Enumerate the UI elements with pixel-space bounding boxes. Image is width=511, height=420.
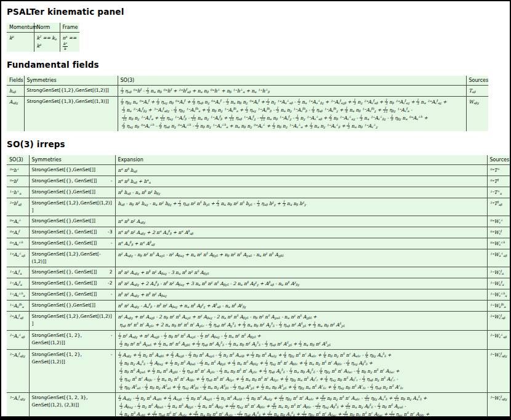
irrep-source: ²⁻Ws∥αβχ <box>487 349 511 392</box>
irrep-expansion: nα nβ nχ Aαβχ <box>115 216 487 227</box>
irrep-label: ²⁺h∥αβ <box>7 198 29 216</box>
irreps-row-3: ²⁺h∥αβ StrongGenSet[{1,2},GenSet[(1,2)]]… <box>7 198 511 216</box>
fundamental-fields-title: Fundamental fields <box>7 60 504 70</box>
momentum-value: kμ <box>7 33 34 52</box>
irrep-source: ¹⁺Wa⊥αβ <box>487 249 511 267</box>
ff-so3-expansion-h: 13 ηαβ ⁰⁺h∥ - 13 nα nβ ⁰⁺h∥ + ²⁺h∥αβ + n… <box>118 85 466 96</box>
irrep-symmetries: -StrongGenSet[{1, 2}, GenSet[(1,2)]] <box>29 349 115 392</box>
irreps-row-12: ²⁺As∥αβ StrongGenSet[{1,2},GenSet[(1,2)]… <box>7 311 511 330</box>
irrep-label: ¹⁻As∥α <box>7 267 29 278</box>
frame-lhs: nμ == <box>63 35 77 41</box>
irrep-source: ¹⁻Wb∥α <box>487 278 511 289</box>
irreps-header-symmetries: Symmetries <box>29 155 115 165</box>
irrep-expansion: nα nβ nχ Aαβχ + 2 nα Aαββ + nα Aβαβ <box>115 227 487 238</box>
irrep-label: ⁰⁺As∥ <box>7 227 29 238</box>
irrep-source: ⁰⁺Ws⊥h <box>487 238 511 249</box>
irrep-symmetries: StrongGenSet[{},GenSet[]] <box>29 164 115 176</box>
irrep-expansion: nβ nχ Aαβχ + nβ nχ Aβαχ <box>115 289 487 300</box>
psalter-output-panel: PSALTer kinematic panel Momentum Norm Fr… <box>0 0 511 420</box>
irrep-label: ¹⁺Aa⊥αβ <box>7 249 29 267</box>
irreps-row-14: ²⁻As∥αβχ -StrongGenSet[{1, 2}, GenSet[(1… <box>7 349 511 392</box>
irrep-label: ¹⁻Ab∥hα <box>7 300 29 311</box>
so3-irreps-title: SO(3) irreps <box>7 139 504 149</box>
irreps-header-expansion: Expansion <box>115 155 487 165</box>
ff-header-symmetries: Symmetries <box>24 76 118 86</box>
ff-row-a: Aαβχ StrongGenSet[{1,3},GenSet[(1,3)]] 1… <box>7 96 488 131</box>
ff-field-h: hαβ <box>7 85 24 96</box>
irreps-header-row: SO(3) Symmetries Expansion Sources <box>7 155 511 165</box>
irrep-expansion: nβ nχ Aαβχ + 2 Aαββ - nβ nχ Aβαχ + 3 nα … <box>115 278 487 289</box>
irrep-expansion: nχ Aαβχ + nχ Aαχβ - 2 nβ nχ nδ Aαχδ + nχ… <box>115 311 487 330</box>
irrep-expansion: nβ hαβ - nα nβ nχ hβχ <box>115 187 487 198</box>
irrep-label: ¹⁻As⊥hα <box>7 289 29 300</box>
irrep-symmetries: StrongGenSet[{},GenSet[]] <box>29 187 115 198</box>
irrep-expansion: 12 nχ Aαβχ + nχ Aαχβ - 12 nβ nχ nδ Aαχδ … <box>115 330 487 349</box>
irreps-row-7: ¹⁺Aa⊥αβ StrongGenSet[{1,2},GenSet[-(1,2)… <box>7 249 511 267</box>
irrep-symmetries: StrongGenSet[{},GenSet[]] <box>29 300 115 311</box>
irrep-label: ⁰⁺h⊥ <box>7 164 29 176</box>
irrep-expansion: nχ Aαβχ - nβ nχ nδ Aαχδ - nχ Aβαχ + nα n… <box>115 249 487 267</box>
irrep-symmetries: StrongGenSet[{1,2},GenSet[(1,2)]] <box>29 198 115 216</box>
irrep-symmetries: -StrongGenSet[{}, GenSet[]] <box>29 238 115 249</box>
ff-symmetries-a: StrongGenSet[{1,3},GenSet[(1,3)]] <box>24 96 118 131</box>
ff-field-a: Aαβχ <box>7 96 24 131</box>
irrep-source: ³⁻Ws∥αβχ <box>487 392 511 420</box>
irrep-expansion: nβ nχ Aαβχ + nβ nχ Aβαχ - 3 nα nβ nχ nδ … <box>115 267 487 278</box>
irreps-header-so3: SO(3) <box>7 155 29 165</box>
irreps-header-sources: Sources <box>487 155 511 165</box>
kinematic-value-row: kμ k2 == kμ kμ nμ == kμk <box>7 33 79 52</box>
irrep-expansion: 13 Aαβχ - 13 nχ nδ Aαβδ + 13 Aαχβ - 13 n… <box>115 392 487 420</box>
kinematic-header-momentum: Momentum <box>7 23 34 33</box>
ff-source-h: Tαβ <box>466 85 488 96</box>
irrep-source: ⁰⁺T∥ <box>487 176 511 187</box>
ff-header-sources: Sources <box>466 76 488 86</box>
kinematic-header-norm: Norm <box>34 23 60 33</box>
irrep-expansion: hαβ - nβ nχ hαχ - nα nχ hβχ + 13 ηαβ nχ … <box>115 198 487 216</box>
ff-header-fields: Fields <box>7 76 24 86</box>
irrep-expansion: nβ nχ Aαβχ - Aαββ - nβ nχ Aβαχ + nα nβ A… <box>115 300 487 311</box>
irrep-expansion: 13 Aαβχ + 13 nχ nδ Aαβδ + 23 Aαχβ - 23 n… <box>115 349 487 392</box>
so3-irreps-table: SO(3) Symmetries Expansion Sources ⁰⁺h⊥ … <box>7 155 511 420</box>
kinematic-header-frame: Frame <box>60 23 79 33</box>
irrep-symmetries: -2StrongGenSet[{}, GenSet[]] <box>29 278 115 289</box>
irrep-expansion: nα nβ hαβ <box>115 164 487 176</box>
irreps-row-15: ³⁻As∥αβχ StrongGenSet[{1, 2, 3}, GenSet[… <box>7 392 511 420</box>
irrep-symmetries: StrongGenSet[{1,2},GenSet[-(1,2)]] <box>29 249 115 267</box>
irreps-row-8: ¹⁻As∥α 2StrongGenSet[{}, GenSet[]] nβ nχ… <box>7 267 511 278</box>
kinematic-panel-title: PSALTer kinematic panel <box>7 7 504 17</box>
norm-value: k2 == kμ kμ <box>34 33 60 52</box>
frame-fraction: kμk <box>63 42 68 50</box>
irreps-row-2: ¹⁻h⊥α StrongGenSet[{},GenSet[]] nβ hαβ -… <box>7 187 511 198</box>
irreps-row-11: ¹⁻Ab∥hα StrongGenSet[{},GenSet[]] nβ nχ … <box>7 300 511 311</box>
irrep-source: ¹⁻T⊥α <box>487 187 511 198</box>
irrep-label: ⁰⁺As⊥h <box>7 238 29 249</box>
irreps-row-10: ¹⁻As⊥hα -StrongGenSet[{}, GenSet[]] nβ n… <box>7 289 511 300</box>
irrep-expansion: nα nβ hαβ + hαα <box>115 176 487 187</box>
irrep-source: ²⁺T∥αβ <box>487 198 511 216</box>
irrep-source: ⁰⁺Ws∥ <box>487 227 511 238</box>
irrep-symmetries: -StrongGenSet[{}, GenSet[]] <box>29 289 115 300</box>
ff-symmetries-h: StrongGenSet[{1,2},GenSet[(1,2)]] <box>24 85 118 96</box>
fundamental-fields-table: Fields Symmetries SO(3) Sources hαβ Stro… <box>7 76 488 131</box>
irrep-source: ²⁻Ws⊥αβ <box>487 330 511 349</box>
irrep-source: ⁰⁺T⊥ <box>487 164 511 176</box>
frame-value: nμ == kμk <box>60 33 79 52</box>
irrep-label: ¹⁻h⊥α <box>7 187 29 198</box>
irrep-symmetries: 2StrongGenSet[{}, GenSet[]] <box>29 267 115 278</box>
irrep-symmetries: -StrongGenSet[{1, 2}, GenSet[(1,2)]] <box>29 330 115 349</box>
irreps-row-0: ⁰⁺h⊥ StrongGenSet[{},GenSet[]] nα nβ hαβ… <box>7 164 511 176</box>
irrep-source: ¹⁻Ws∥α <box>487 267 511 278</box>
irrep-label: ²⁻As∥αβχ <box>7 349 29 392</box>
irrep-source: ²⁺Ws∥αβ <box>487 311 511 330</box>
irreps-row-5: ⁰⁺As∥ -3StrongGenSet[{}, GenSet[]] nα nβ… <box>7 227 511 238</box>
irrep-label: ⁰⁺h∥ <box>7 176 29 187</box>
ff-header-so3: SO(3) <box>118 76 466 86</box>
irrep-source: ¹⁻Wb∥hα <box>487 300 511 311</box>
irreps-row-13: ²⁻As⊥αβ -StrongGenSet[{1, 2}, GenSet[(1,… <box>7 330 511 349</box>
irreps-row-9: ¹⁻Ab∥α -2StrongGenSet[{}, GenSet[]] nβ n… <box>7 278 511 289</box>
ff-row-h: hαβ StrongGenSet[{1,2},GenSet[(1,2)]] 13… <box>7 85 488 96</box>
irrep-expansion: nα Aαββ + nα Aβαβ <box>115 238 487 249</box>
ff-header-row: Fields Symmetries SO(3) Sources <box>7 76 488 86</box>
kinematic-header-row: Momentum Norm Frame <box>7 23 79 33</box>
irreps-row-6: ⁰⁺As⊥h -StrongGenSet[{}, GenSet[]] nα Aα… <box>7 238 511 249</box>
